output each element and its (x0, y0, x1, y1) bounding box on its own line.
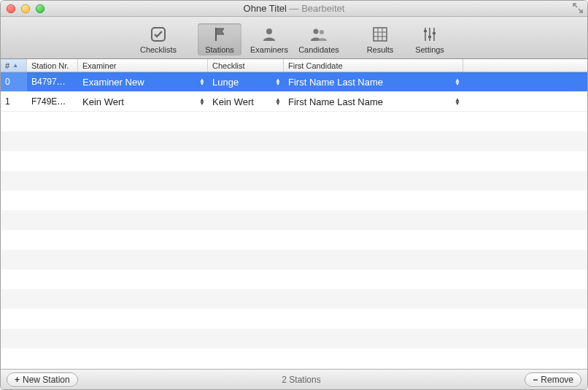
cell-station-nr: B4797… (27, 72, 78, 91)
col-header-examiner-label: Examiner (82, 61, 116, 70)
cell-checklist[interactable]: Lunge ▲▼ (208, 72, 284, 91)
toolbar-examiners-label: Examiners (250, 45, 288, 54)
cell-first-candidate-value: First Name Last Name (288, 96, 383, 107)
people-icon (309, 25, 329, 44)
table-header: # ▲ Station Nr. Examiner Checklist First… (1, 59, 587, 72)
sliders-icon (419, 25, 440, 44)
cell-examiner[interactable]: Kein Wert ▲▼ (78, 92, 208, 111)
col-header-number[interactable]: # ▲ (1, 59, 27, 72)
empty-row (1, 151, 587, 171)
cell-checklist-value: Lunge (212, 77, 239, 88)
empty-row (1, 309, 587, 329)
remove-button[interactable]: − Remove (525, 372, 581, 387)
new-station-button[interactable]: + New Station (7, 372, 78, 387)
toolbar-settings[interactable]: Settings (408, 23, 452, 56)
empty-row (1, 348, 587, 368)
col-header-station-nr-label: Station Nr. (31, 61, 69, 70)
cell-spacer (463, 92, 587, 111)
cell-first-candidate[interactable]: First Name Last Name ▲▼ (284, 92, 463, 111)
toolbar-group-main: Checklists (136, 23, 180, 56)
cell-number: 0 (1, 72, 27, 91)
col-header-checklist[interactable]: Checklist (208, 59, 284, 72)
remove-label: Remove (541, 375, 573, 385)
empty-row (1, 269, 587, 289)
toolbar-checklists-label: Checklists (140, 45, 177, 54)
col-header-examiner[interactable]: Examiner (78, 59, 208, 72)
toolbar-results-label: Results (367, 45, 394, 54)
cell-checklist[interactable]: Kein Wert ▲▼ (208, 92, 284, 111)
toolbar-candidates-label: Candidates (298, 45, 339, 54)
toolbar-results[interactable]: Results (358, 23, 402, 56)
toolbar-stations[interactable]: Stations (198, 23, 241, 56)
stepper-icon[interactable]: ▲▼ (199, 98, 205, 105)
window-title-text: Ohne Titel (244, 3, 287, 14)
col-header-station-nr[interactable]: Station Nr. (27, 59, 78, 72)
zoom-window-button[interactable] (36, 4, 45, 13)
traffic-lights (1, 4, 45, 13)
toolbar-examiners[interactable]: Examiners (247, 23, 291, 56)
fullscreen-icon[interactable] (573, 3, 583, 13)
empty-row (1, 131, 587, 151)
svg-point-1 (266, 28, 272, 34)
cell-station-nr: F749E… (27, 92, 78, 111)
new-station-label: New Station (23, 375, 70, 385)
svg-rect-6 (428, 36, 431, 38)
empty-row (1, 191, 587, 210)
toolbar-stations-label: Stations (205, 45, 234, 54)
flag-icon (209, 25, 230, 44)
cell-checklist-value: Kein Wert (212, 96, 254, 107)
table-body[interactable]: 0 B4797… Examiner New ▲▼ Lunge ▲▼ First … (1, 72, 587, 369)
cell-first-candidate[interactable]: First Name Last Name ▲▼ (284, 72, 463, 91)
toolbar-candidates[interactable]: Candidates (297, 23, 341, 56)
toolbar-group-settings: Results Settings (358, 23, 452, 56)
stepper-icon[interactable]: ▲▼ (275, 98, 281, 105)
sort-ascending-icon: ▲ (12, 62, 18, 69)
cell-examiner-value: Examiner New (82, 77, 144, 88)
stepper-icon[interactable]: ▲▼ (454, 78, 460, 85)
svg-rect-5 (424, 30, 427, 32)
col-header-first-candidate-label: First Candidate (288, 61, 343, 70)
grid-icon (370, 25, 390, 44)
status-text: 2 Stations (78, 375, 525, 385)
empty-row (1, 250, 587, 269)
app-window: Ohne Titel — Bearbeitet Checklists Stati… (0, 0, 588, 390)
window-title: Ohne Titel — Bearbeitet (1, 3, 587, 14)
close-window-button[interactable] (7, 4, 15, 13)
stepper-icon[interactable]: ▲▼ (199, 78, 205, 85)
svg-rect-4 (374, 28, 387, 41)
col-header-spacer (463, 59, 587, 72)
empty-row (1, 171, 587, 191)
empty-row (1, 210, 587, 230)
toolbar: Checklists Stations Examiners Candid (1, 17, 587, 59)
col-header-checklist-label: Checklist (212, 61, 245, 70)
toolbar-settings-label: Settings (415, 45, 444, 54)
window-subtitle: — Bearbeitet (290, 3, 345, 14)
table-row[interactable]: 0 B4797… Examiner New ▲▼ Lunge ▲▼ First … (1, 72, 587, 92)
cell-number: 1 (1, 92, 27, 111)
minimize-window-button[interactable] (21, 4, 30, 13)
cell-examiner[interactable]: Examiner New ▲▼ (78, 72, 208, 91)
empty-row (1, 329, 587, 348)
toolbar-checklists[interactable]: Checklists (136, 23, 180, 56)
plus-icon: + (15, 375, 20, 385)
empty-row (1, 230, 587, 250)
checklist-icon (148, 25, 169, 44)
empty-row (1, 112, 587, 131)
cell-first-candidate-value: First Name Last Name (288, 77, 383, 88)
person-icon (259, 25, 279, 44)
stepper-icon[interactable]: ▲▼ (275, 78, 281, 85)
col-header-first-candidate[interactable]: First Candidate (284, 59, 463, 72)
stepper-icon[interactable]: ▲▼ (454, 98, 460, 105)
toolbar-group-entities: Stations Examiners Candidates (198, 23, 341, 56)
svg-point-3 (320, 30, 324, 34)
minus-icon: − (533, 375, 538, 385)
window-subtitle-text: Bearbeitet (301, 3, 344, 14)
table-row[interactable]: 1 F749E… Kein Wert ▲▼ Kein Wert ▲▼ First… (1, 92, 587, 112)
title-bar: Ohne Titel — Bearbeitet (1, 1, 587, 17)
col-header-number-label: # (5, 61, 9, 70)
cell-spacer (463, 72, 587, 91)
empty-row (1, 289, 587, 309)
cell-examiner-value: Kein Wert (82, 96, 124, 107)
svg-point-2 (314, 29, 319, 34)
svg-rect-7 (433, 32, 436, 34)
